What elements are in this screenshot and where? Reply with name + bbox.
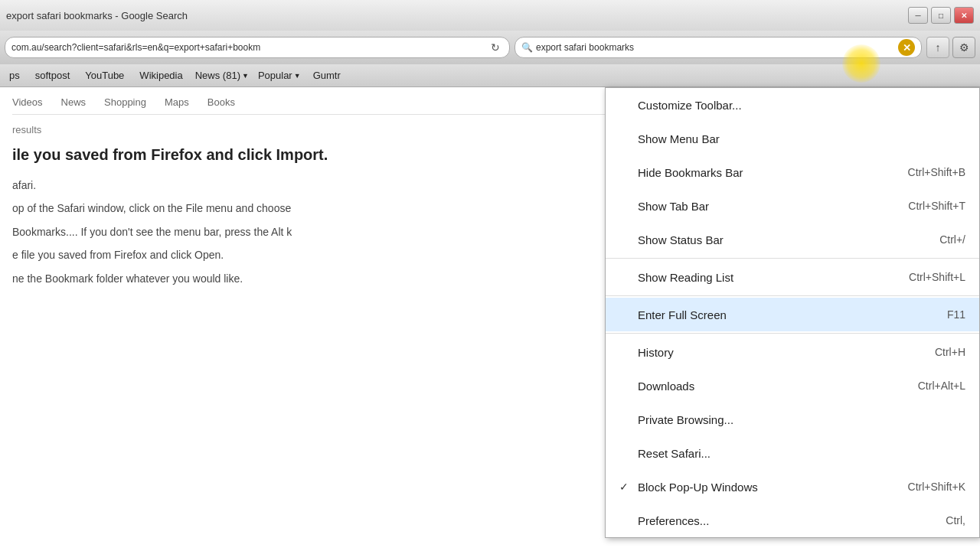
menu-item-show-menu-bar[interactable]: Show Menu Bar	[606, 122, 979, 155]
menu-shortcut-show-status-bar: Ctrl+/	[939, 233, 965, 246]
news-arrow-icon: ▼	[242, 72, 249, 80]
search-clear-button[interactable]: ✕	[898, 39, 915, 56]
menu-label-preferences: Preferences...	[638, 514, 915, 527]
menu-label-block-popup-windows: Block Pop-Up Windows	[638, 481, 877, 494]
menu-item-show-tab-bar[interactable]: Show Tab BarCtrl+Shift+T	[606, 189, 979, 223]
restore-button[interactable]: □	[931, 7, 951, 24]
popular-arrow-icon: ▼	[294, 72, 301, 80]
menu-label-show-menu-bar: Show Menu Bar	[638, 132, 965, 145]
nav-books[interactable]: Books	[207, 93, 235, 111]
nav-maps[interactable]: Maps	[165, 93, 189, 111]
menu-item-customize-toolbar[interactable]: Customize Toolbar...	[606, 88, 979, 122]
bookmark-news[interactable]: News (81) ▼	[195, 70, 249, 81]
address-text: com.au/search?client=safari&rls=en&q=exp…	[11, 42, 488, 53]
bookmark-gumtree[interactable]: Gumtr	[310, 68, 344, 83]
bookmark-youtube[interactable]: YouTube	[82, 68, 127, 83]
close-button[interactable]: ✕	[954, 7, 974, 24]
menu-item-show-reading-list[interactable]: Show Reading ListCtrl+Shift+L	[606, 260, 979, 294]
menu-label-reset-safari: Reset Safari...	[638, 447, 965, 460]
menu-item-reset-safari[interactable]: Reset Safari...	[606, 436, 979, 470]
search-bar[interactable]: 🔍 export safari bookmarks ✕	[514, 37, 922, 58]
menu-shortcut-history: Ctrl+H	[935, 346, 965, 358]
menu-checkmark-block-popup-windows: ✓	[619, 481, 635, 493]
dropdown-menu: Customize Toolbar...Show Menu BarHide Bo…	[605, 87, 980, 538]
menu-divider-after-show-status-bar	[606, 258, 979, 259]
search-query-text: export safari bookmarks	[536, 42, 898, 53]
bookmark-wikipedia[interactable]: Wikipedia	[136, 68, 185, 83]
menu-divider-after-show-reading-list	[606, 295, 979, 296]
menu-item-downloads[interactable]: DownloadsCtrl+Alt+L	[606, 369, 979, 403]
menu-label-customize-toolbar: Customize Toolbar...	[638, 99, 965, 112]
menu-item-enter-full-screen[interactable]: Enter Full ScreenF11	[606, 298, 979, 331]
bookmark-ps[interactable]: ps	[6, 68, 23, 83]
menu-label-history: History	[638, 346, 904, 359]
menu-label-show-tab-bar: Show Tab Bar	[638, 200, 877, 213]
title-bar: export safari bookmarks - Google Search …	[0, 0, 980, 31]
menu-shortcut-show-tab-bar: Ctrl+Shift+T	[908, 200, 965, 212]
menu-shortcut-preferences: Ctrl,	[946, 514, 965, 527]
share-button[interactable]: ↑	[926, 37, 949, 58]
menu-divider-after-enter-full-screen	[606, 333, 979, 334]
menu-item-history[interactable]: HistoryCtrl+H	[606, 335, 979, 369]
content-area: Videos News Shopping Maps Books results …	[0, 87, 980, 530]
window-controls: ─ □ ✕	[908, 7, 974, 24]
refresh-button[interactable]: ↻	[488, 40, 503, 55]
menu-item-private-browsing[interactable]: Private Browsing...	[606, 403, 979, 436]
address-bar[interactable]: com.au/search?client=safari&rls=en&q=exp…	[5, 37, 510, 58]
menu-shortcut-downloads: Ctrl+Alt+L	[918, 380, 965, 392]
menu-item-block-popup-windows[interactable]: ✓Block Pop-Up WindowsCtrl+Shift+K	[606, 470, 979, 504]
menu-shortcut-enter-full-screen: F11	[947, 308, 965, 321]
toolbar-actions: ↑ ⚙	[926, 37, 975, 58]
nav-videos[interactable]: Videos	[12, 93, 43, 111]
bookmarks-bar: ps softpost YouTube Wikipedia News (81) …	[0, 64, 980, 87]
nav-news[interactable]: News	[61, 93, 87, 111]
menu-item-preferences[interactable]: Preferences...Ctrl,	[606, 504, 979, 537]
menu-label-enter-full-screen: Enter Full Screen	[638, 308, 916, 321]
menu-label-show-status-bar: Show Status Bar	[638, 233, 909, 246]
nav-shopping[interactable]: Shopping	[104, 93, 146, 111]
bookmark-popular[interactable]: Popular ▼	[258, 70, 301, 81]
window-title: export safari bookmarks - Google Search	[6, 10, 908, 21]
search-icon: 🔍	[521, 42, 533, 53]
menu-shortcut-hide-bookmarks-bar: Ctrl+Shift+B	[908, 166, 965, 178]
menu-item-hide-bookmarks-bar[interactable]: Hide Bookmarks BarCtrl+Shift+B	[606, 155, 979, 189]
menu-item-show-status-bar[interactable]: Show Status BarCtrl+/	[606, 223, 979, 256]
menu-label-show-reading-list: Show Reading List	[638, 271, 878, 284]
menu-shortcut-show-reading-list: Ctrl+Shift+L	[909, 271, 965, 283]
menu-label-private-browsing: Private Browsing...	[638, 413, 965, 426]
gear-button[interactable]: ⚙	[952, 37, 975, 58]
bookmark-softpost[interactable]: softpost	[32, 68, 74, 83]
minimize-button[interactable]: ─	[908, 7, 928, 24]
menu-label-downloads: Downloads	[638, 380, 887, 393]
toolbar: com.au/search?client=safari&rls=en&q=exp…	[0, 31, 980, 64]
menu-shortcut-block-popup-windows: Ctrl+Shift+K	[908, 481, 965, 493]
menu-label-hide-bookmarks-bar: Hide Bookmarks Bar	[638, 166, 877, 179]
